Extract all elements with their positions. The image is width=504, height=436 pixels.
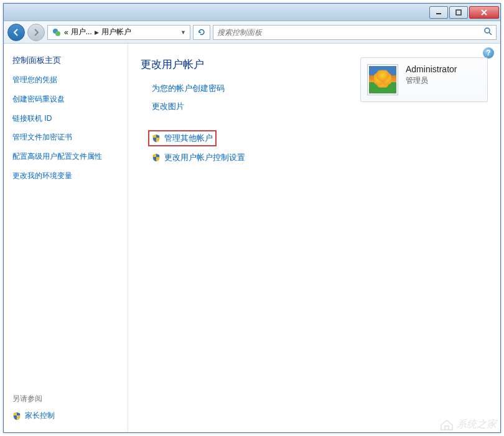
sidebar: 控制面板主页 管理您的凭据 创建密码重设盘 链接联机 ID 管理文件加密证书 配… bbox=[4, 44, 128, 432]
search-icon[interactable] bbox=[483, 27, 492, 37]
sidebar-parental-control-label: 家长控制 bbox=[25, 410, 55, 421]
svg-line-7 bbox=[489, 32, 492, 35]
titlebar-buttons bbox=[429, 6, 499, 19]
breadcrumb-separator: ▶ bbox=[95, 29, 99, 36]
account-info: Administrator 管理员 bbox=[406, 64, 481, 86]
arrow-left-icon bbox=[12, 28, 21, 37]
avatar-image bbox=[369, 66, 396, 93]
sidebar-see-also-title: 另请参阅 bbox=[12, 394, 119, 404]
back-button[interactable] bbox=[7, 24, 25, 41]
svg-point-6 bbox=[485, 28, 490, 33]
svg-point-5 bbox=[55, 31, 60, 36]
titlebar bbox=[4, 4, 500, 21]
refresh-icon bbox=[197, 28, 206, 37]
sidebar-parental-control-link[interactable]: 家长控制 bbox=[12, 410, 119, 421]
shield-icon bbox=[152, 153, 161, 162]
navigation-toolbar: « 用户... ▶ 用户帐户 ▼ bbox=[4, 21, 500, 44]
content-body: ? 控制面板主页 管理您的凭据 创建密码重设盘 链接联机 ID 管理文件加密证书… bbox=[4, 44, 500, 432]
account-card[interactable]: Administrator 管理员 bbox=[360, 57, 488, 102]
account-name: Administrator bbox=[406, 64, 481, 74]
breadcrumb-seg2[interactable]: 用户帐户 bbox=[101, 27, 131, 37]
link-change-uac-row[interactable]: 更改用户帐户控制设置 bbox=[152, 152, 488, 163]
control-panel-icon bbox=[52, 27, 62, 37]
sidebar-link-encryption-cert[interactable]: 管理文件加密证书 bbox=[12, 132, 119, 143]
link-change-picture[interactable]: 更改图片 bbox=[152, 101, 488, 112]
arrow-right-icon bbox=[32, 28, 40, 37]
shield-icon bbox=[152, 134, 161, 143]
shield-icon bbox=[12, 412, 21, 420]
breadcrumb[interactable]: « 用户... ▶ 用户帐户 ▼ bbox=[47, 25, 190, 40]
sidebar-link-credentials[interactable]: 管理您的凭据 bbox=[12, 75, 119, 85]
account-role: 管理员 bbox=[406, 75, 481, 86]
main-content: 更改用户帐户 为您的帐户创建密码 更改图片 管理其他帐户 更改用户帐户控制设置 bbox=[128, 44, 500, 432]
search-box[interactable] bbox=[213, 25, 497, 40]
link-manage-other-accounts-row[interactable]: 管理其他帐户 bbox=[148, 130, 217, 146]
window: « 用户... ▶ 用户帐户 ▼ ? 控制面板主页 管理您的凭据 创建密码重设盘… bbox=[3, 3, 501, 433]
breadcrumb-prefix: « bbox=[64, 28, 68, 37]
maximize-button[interactable] bbox=[449, 6, 468, 19]
sidebar-link-advanced-profile[interactable]: 配置高级用户配置文件属性 bbox=[12, 151, 119, 162]
refresh-button[interactable] bbox=[193, 25, 210, 40]
breadcrumb-seg1[interactable]: 用户... bbox=[71, 27, 92, 37]
link-manage-other-accounts: 管理其他帐户 bbox=[164, 133, 213, 144]
search-input[interactable] bbox=[217, 28, 480, 37]
close-button[interactable] bbox=[469, 6, 499, 19]
breadcrumb-dropdown-icon[interactable]: ▼ bbox=[180, 29, 186, 36]
sidebar-title: 控制面板主页 bbox=[12, 55, 119, 66]
account-avatar bbox=[367, 64, 398, 95]
sidebar-link-online-id[interactable]: 链接联机 ID bbox=[12, 113, 119, 124]
svg-rect-1 bbox=[456, 10, 461, 15]
sidebar-link-password-reset[interactable]: 创建密码重设盘 bbox=[12, 94, 119, 105]
sidebar-link-env-vars[interactable]: 更改我的环境变量 bbox=[12, 171, 119, 181]
forward-button[interactable] bbox=[27, 24, 45, 41]
link-change-uac: 更改用户帐户控制设置 bbox=[164, 152, 245, 163]
minimize-button[interactable] bbox=[429, 6, 448, 19]
